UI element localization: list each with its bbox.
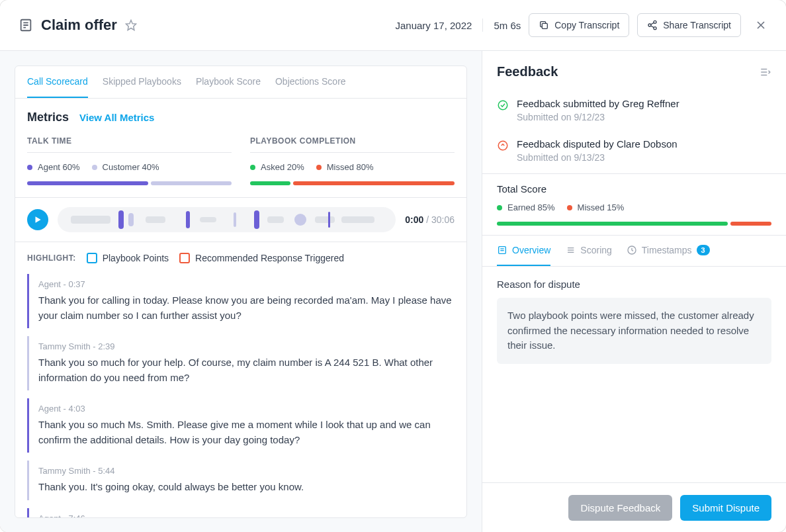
feedback-sidebar: Feedback Feedback submitted by Greg Reff…	[482, 51, 786, 532]
star-icon[interactable]	[125, 19, 137, 31]
dispute-reason-text: Two playbook points were missed, the cus…	[497, 298, 771, 364]
svg-rect-5	[543, 23, 548, 28]
overview-icon	[497, 245, 507, 255]
dispute-section: Reason for dispute Two playbook points w…	[482, 267, 786, 482]
document-icon	[19, 18, 33, 32]
clock-icon	[627, 245, 637, 255]
svg-point-7	[648, 24, 651, 26]
transcript-entry: Agent - 4:03 Thank you so much Ms. Smith…	[27, 398, 455, 453]
transcript-list: Agent - 0:37 Thank you for calling in to…	[15, 274, 466, 517]
total-score-section: Total Score Earned 85% Missed 15%	[482, 173, 786, 235]
submit-dispute-button[interactable]: Submit Dispute	[680, 495, 771, 521]
svg-line-10	[651, 26, 654, 28]
tab-overview[interactable]: Overview	[497, 236, 550, 266]
page-header: Claim offer January 17, 2022 5m 6s Copy …	[0, 0, 786, 51]
transcript-entry: Agent - 0:37 Thank you for calling in to…	[27, 274, 455, 328]
talk-time-panel: TALK TIME Agent 60% Customer 40%	[27, 136, 232, 185]
feedback-item: Feedback disputed by Clare DobsonSubmitt…	[482, 133, 786, 173]
scoring-icon	[565, 245, 576, 255]
svg-point-6	[654, 21, 656, 23]
transcript-meta: Tammy Smith - 2:39	[38, 341, 455, 351]
feedback-item: Feedback submitted by Greg ReffnerSubmit…	[482, 93, 786, 133]
feedback-title: Feedback	[497, 64, 558, 79]
tab-skipped-playbooks[interactable]: Skipped Playbooks	[103, 66, 181, 98]
alert-circle-icon	[497, 140, 509, 152]
tab-scoring[interactable]: Scoring	[565, 236, 611, 266]
transcript-text: Thank you for calling in today. Please k…	[38, 293, 455, 323]
transcript-text: Thank you so much for your help. Of cour…	[38, 355, 455, 385]
transcript-entry: Tammy Smith - 2:39 Thank you so much for…	[27, 336, 455, 390]
tab-call-scorecard[interactable]: Call Scorecard	[27, 66, 88, 98]
copy-transcript-button[interactable]: Copy Transcript	[529, 13, 629, 37]
feedback-tabs: Overview Scoring Timestamps 3	[482, 235, 786, 267]
play-button[interactable]	[27, 209, 48, 230]
playbook-completion-bar	[250, 181, 455, 185]
highlight-recommended-response[interactable]: Recommended Response Triggered	[179, 253, 344, 263]
transcript-meta: Agent - 7:46	[38, 513, 455, 518]
collapse-icon[interactable]	[760, 66, 771, 78]
playbook-completion-panel: PLAYBOOK COMPLETION Asked 20% Missed 80%	[250, 136, 455, 185]
checkbox-icon	[87, 253, 97, 263]
tab-objections-score[interactable]: Objections Score	[275, 66, 346, 98]
audio-player: 0:00 / 30:06	[15, 197, 466, 242]
svg-line-9	[651, 22, 654, 24]
highlight-filters: HIGHLIGHT: Playbook Points Recommended R…	[15, 242, 466, 274]
tab-playbook-score[interactable]: Playbook Score	[196, 66, 261, 98]
check-circle-icon	[497, 99, 509, 111]
transcript-text: Thank you so much Ms. Smith. Please give…	[38, 418, 455, 447]
transcript-entry: Tammy Smith - 5:44 Thank you. It's going…	[27, 461, 455, 500]
call-date: January 17, 2022	[395, 20, 472, 31]
transcript-entry: Agent - 7:46 I hear you Ms. Smith. Alrig…	[27, 508, 455, 518]
page-title: Claim offer	[41, 17, 117, 34]
highlight-playbook-points[interactable]: Playbook Points	[87, 253, 169, 263]
svg-marker-13	[36, 216, 41, 222]
total-score-bar	[497, 222, 771, 226]
metrics-heading: Metrics	[27, 111, 69, 124]
timestamps-count-badge: 3	[697, 245, 710, 255]
transcript-meta: Agent - 0:37	[38, 279, 455, 289]
waveform-track[interactable]	[58, 207, 396, 232]
close-icon[interactable]	[754, 19, 767, 32]
time-display: 0:00 / 30:06	[405, 214, 455, 225]
tab-timestamps[interactable]: Timestamps 3	[627, 236, 710, 266]
checkbox-icon	[179, 253, 190, 263]
svg-point-17	[498, 101, 507, 110]
transcript-meta: Tammy Smith - 5:44	[38, 466, 455, 476]
svg-point-8	[654, 27, 656, 30]
share-icon	[647, 20, 658, 30]
view-all-metrics-link[interactable]: View All Metrics	[79, 112, 154, 123]
feedback-footer: Dispute Feedback Submit Dispute	[482, 482, 786, 532]
transcript-meta: Agent - 4:03	[38, 404, 455, 414]
main-tabs: Call Scorecard Skipped Playbooks Playboo…	[15, 66, 466, 99]
share-transcript-button[interactable]: Share Transcript	[637, 13, 741, 37]
dispute-feedback-button[interactable]: Dispute Feedback	[568, 495, 672, 521]
talk-time-bar	[27, 181, 232, 185]
svg-marker-4	[126, 21, 136, 30]
copy-icon	[539, 20, 549, 30]
call-duration: 5m 6s	[494, 20, 521, 31]
transcript-text: Thank you. It's going okay, could always…	[38, 480, 455, 495]
